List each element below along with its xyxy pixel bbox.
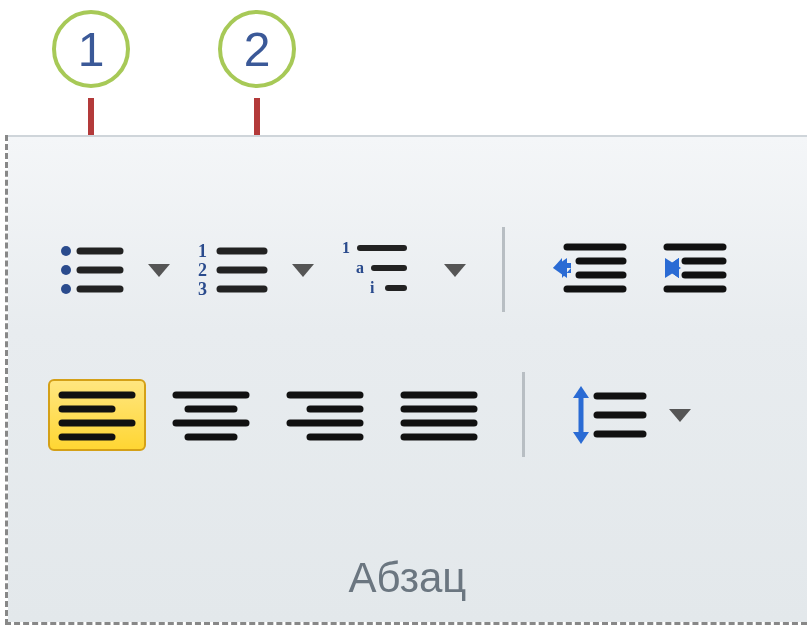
decrease-indent-button[interactable] [539, 231, 637, 309]
multilevel-list-split-button[interactable]: 1ai [332, 229, 468, 311]
ribbon-background: 123 1ai [8, 135, 807, 622]
ribbon-paragraph-group: 123 1ai [5, 135, 807, 625]
ribbon-row-2 [48, 372, 693, 457]
separator [502, 227, 505, 312]
svg-text:a: a [356, 259, 364, 276]
align-center-icon [172, 389, 250, 441]
svg-text:2: 2 [198, 260, 207, 280]
callout-2-circle: 2 [218, 10, 296, 88]
svg-marker-6 [148, 264, 170, 277]
decrease-indent-icon [549, 241, 627, 299]
svg-text:3: 3 [198, 279, 207, 299]
bullets-split-button[interactable] [48, 231, 172, 309]
align-left-icon [58, 389, 136, 441]
line-spacing-button[interactable] [559, 374, 657, 456]
callout-2-number: 2 [244, 22, 271, 77]
chevron-down-icon [442, 261, 468, 279]
separator [522, 372, 525, 457]
justify-button[interactable] [390, 379, 488, 451]
bullets-button[interactable] [48, 231, 136, 309]
chevron-down-icon [146, 261, 172, 279]
align-right-icon [286, 389, 364, 441]
align-left-button[interactable] [48, 379, 146, 451]
svg-marker-13 [292, 264, 314, 277]
numbering-button[interactable]: 123 [188, 231, 280, 309]
chevron-down-icon [667, 406, 693, 424]
svg-marker-20 [444, 264, 466, 277]
group-label: Абзац [8, 554, 807, 602]
multilevel-list-button[interactable]: 1ai [332, 229, 432, 311]
svg-point-1 [61, 265, 71, 275]
increase-indent-button[interactable] [653, 231, 751, 309]
ribbon-row-1: 123 1ai [48, 227, 751, 312]
increase-indent-icon [663, 241, 741, 299]
chevron-down-icon [290, 261, 316, 279]
svg-text:i: i [370, 279, 375, 296]
bullets-icon [58, 241, 126, 299]
svg-marker-56 [573, 432, 589, 444]
align-center-button[interactable] [162, 379, 260, 451]
svg-text:1: 1 [198, 241, 207, 261]
callout-1-number: 1 [78, 22, 105, 77]
numbering-dropdown[interactable] [290, 261, 316, 279]
svg-point-2 [61, 284, 71, 294]
bullets-dropdown[interactable] [146, 261, 172, 279]
justify-icon [400, 389, 478, 441]
numbering-split-button[interactable]: 123 [188, 231, 316, 309]
line-spacing-icon [569, 384, 647, 446]
svg-text:1: 1 [342, 239, 350, 256]
multilevel-list-icon: 1ai [342, 239, 422, 301]
multilevel-list-dropdown[interactable] [442, 261, 468, 279]
align-right-button[interactable] [276, 379, 374, 451]
callout-1-circle: 1 [52, 10, 130, 88]
numbering-icon: 123 [198, 241, 270, 299]
svg-point-0 [61, 246, 71, 256]
svg-marker-57 [669, 409, 691, 422]
line-spacing-split-button[interactable] [559, 374, 693, 456]
line-spacing-dropdown[interactable] [667, 406, 693, 424]
